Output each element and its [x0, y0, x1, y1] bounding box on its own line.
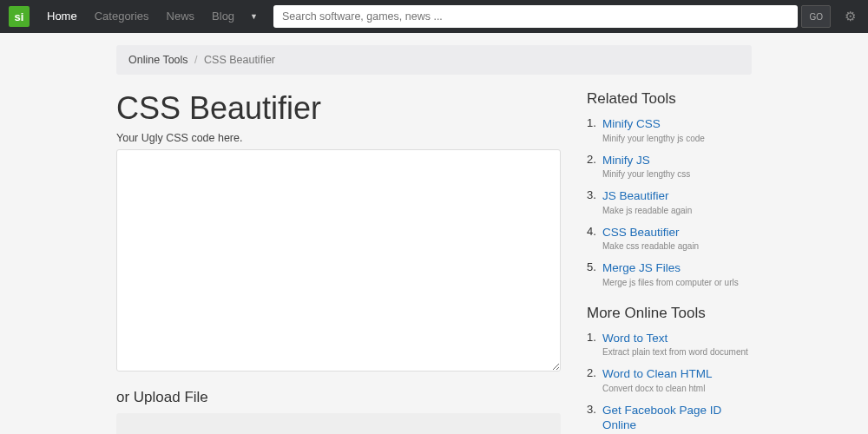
tool-link-word-to-text[interactable]: Word to Text: [602, 331, 752, 346]
tool-desc: Make js readable again: [602, 206, 752, 215]
top-nav: si Home Categories News Blog ▼ GO ⚙: [0, 0, 868, 33]
tool-link-css-beautifier[interactable]: CSS Beautifier: [602, 225, 752, 240]
nav-categories[interactable]: Categories: [88, 0, 156, 33]
list-item: 1.Word to TextExtract plain text from wo…: [587, 331, 752, 358]
tool-link-minify-js[interactable]: Minify JS: [602, 153, 752, 168]
gear-icon[interactable]: ⚙: [841, 9, 859, 24]
breadcrumb-sep: /: [194, 54, 197, 66]
tool-desc: Make css readable again: [602, 241, 752, 251]
more-tools-heading: More Online Tools: [587, 305, 752, 322]
breadcrumb-parent[interactable]: Online Tools: [128, 54, 188, 66]
search-go-button[interactable]: GO: [801, 5, 831, 28]
list-item: 3.Get Facebook Page ID OnlineGet Faceboo…: [587, 403, 752, 434]
css-input-textarea[interactable]: [116, 149, 561, 372]
tool-link-js-beautifier[interactable]: JS Beautifier: [602, 188, 752, 204]
search-input[interactable]: [273, 5, 798, 28]
file-dropzone[interactable]: Drop file or click to browse: [116, 413, 561, 434]
search-wrap: GO: [273, 5, 831, 28]
site-logo[interactable]: si: [9, 6, 30, 27]
tool-desc: Extract plain text from word document: [602, 347, 752, 357]
sidebar: Related Tools 1.Minify CSSMinify your le…: [587, 90, 752, 434]
breadcrumb-current: CSS Beautifier: [204, 54, 275, 66]
nav-more-caret-icon[interactable]: ▼: [245, 12, 263, 21]
nav-blog[interactable]: Blog: [205, 0, 241, 33]
related-tools-heading: Related Tools: [587, 90, 752, 108]
upload-heading: or Upload File: [116, 389, 561, 406]
tool-desc: Convert docx to clean html: [602, 384, 752, 393]
related-tools-list: 1.Minify CSSMinify your lengthy js code …: [587, 116, 752, 287]
tool-desc: Merge js files from computer or urls: [602, 278, 752, 287]
nav-news[interactable]: News: [160, 0, 202, 33]
list-item: 5.Merge JS FilesMerge js files from comp…: [587, 260, 752, 287]
main-content: CSS Beautifier Your Ugly CSS code here. …: [116, 90, 561, 434]
tool-desc: Minify your lengthy js code: [602, 134, 752, 143]
tool-link-fb-page-id[interactable]: Get Facebook Page ID Online: [602, 403, 752, 433]
tool-desc: Minify your lengthy css: [602, 169, 752, 179]
textarea-label: Your Ugly CSS code here.: [116, 132, 561, 144]
list-item: 3.JS BeautifierMake js readable again: [587, 188, 752, 215]
list-item: 1.Minify CSSMinify your lengthy js code: [587, 116, 752, 143]
nav-home[interactable]: Home: [40, 0, 84, 33]
breadcrumb: Online Tools / CSS Beautifier: [116, 45, 752, 75]
tool-link-minify-css[interactable]: Minify CSS: [602, 116, 752, 132]
list-item: 2.Word to Clean HTMLConvert docx to clea…: [587, 366, 752, 393]
list-item: 2.Minify JSMinify your lengthy css: [587, 153, 752, 180]
more-tools-list: 1.Word to TextExtract plain text from wo…: [587, 331, 752, 434]
page-title: CSS Beautifier: [116, 90, 561, 127]
tool-link-merge-js[interactable]: Merge JS Files: [602, 260, 752, 276]
list-item: 4.CSS BeautifierMake css readable again: [587, 225, 752, 252]
tool-link-word-to-html[interactable]: Word to Clean HTML: [602, 366, 752, 382]
